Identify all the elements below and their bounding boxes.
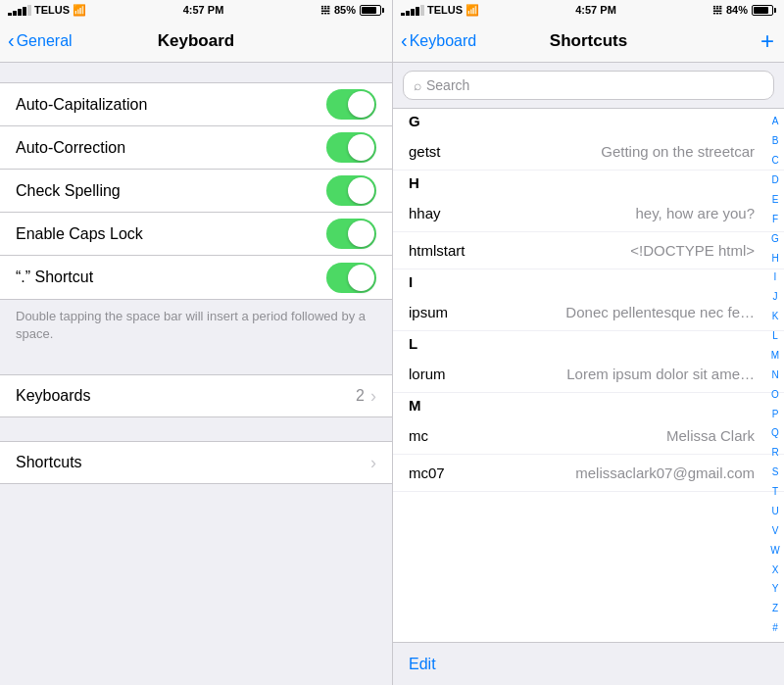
shortcut-row-ipsum[interactable]: ipsum Donec pellentesque nec fe… xyxy=(393,294,784,331)
alpha-letter-d[interactable]: D xyxy=(768,174,782,185)
shortcut-expansion-getst: Getting on the streetcar xyxy=(601,143,755,160)
alpha-letter-c[interactable]: C xyxy=(768,155,782,166)
alphabet-index: ABCDEFGHIJKLMNOPQRSTUVWXYZ# xyxy=(768,108,782,642)
shortcut-expansion-hhay: hey, how are you? xyxy=(636,205,755,221)
period-shortcut-toggle[interactable] xyxy=(326,263,376,293)
period-shortcut-label: “.” Shortcut xyxy=(16,269,93,286)
alpha-letter-r[interactable]: R xyxy=(768,447,782,458)
shortcut-expansion-htmlstart: <!DOCTYPE html> xyxy=(630,242,755,259)
shortcut-row-getst[interactable]: getst Getting on the streetcar xyxy=(393,133,784,171)
alpha-letter-h[interactable]: H xyxy=(768,253,782,264)
alpha-letter-j[interactable]: J xyxy=(768,291,782,302)
left-panel: TELUS 📶 4:57 PM 𝍐 85% ‹ General Keyboard… xyxy=(0,0,392,685)
bluetooth-icon: 𝍐 xyxy=(320,4,330,17)
add-shortcut-button[interactable]: + xyxy=(760,29,774,53)
alpha-letter-b[interactable]: B xyxy=(768,135,782,146)
shortcuts-row[interactable]: Shortcuts › xyxy=(0,441,392,484)
shortcut-row-mc07[interactable]: mc07 melissaclark07@gmail.com xyxy=(393,455,784,492)
left-back-button[interactable]: ‹ General xyxy=(8,31,73,50)
enable-caps-lock-label: Enable Caps Lock xyxy=(16,225,143,243)
keyboards-count: 2 xyxy=(356,387,365,405)
signal-strength xyxy=(8,5,31,16)
right-nav-title: Shortcuts xyxy=(550,31,627,51)
battery-icon xyxy=(360,5,384,16)
alpha-letter-g[interactable]: G xyxy=(768,233,782,244)
alpha-letter-v[interactable]: V xyxy=(768,525,782,536)
left-back-chevron: ‹ xyxy=(8,30,15,50)
shortcut-phrase-ipsum: ipsum xyxy=(409,304,448,320)
right-battery-percent: 84% xyxy=(726,4,748,16)
check-spelling-toggle[interactable] xyxy=(326,175,376,206)
auto-capitalization-toggle[interactable] xyxy=(326,89,376,120)
right-bluetooth-icon: 𝍐 xyxy=(712,4,722,17)
section-header-h: H xyxy=(393,171,784,195)
alpha-letter-f[interactable]: F xyxy=(768,214,782,224)
shortcuts-label: Shortcuts xyxy=(16,454,82,471)
alpha-letter-p[interactable]: P xyxy=(768,409,782,419)
alpha-letter-x[interactable]: X xyxy=(768,564,782,575)
right-signal-strength xyxy=(401,5,424,16)
alpha-letter-e[interactable]: E xyxy=(768,194,782,205)
alpha-letter-z[interactable]: Z xyxy=(768,603,782,613)
shortcut-row-lorum[interactable]: lorum Lorem ipsum dolor sit ame… xyxy=(393,356,784,393)
shortcut-row-htmlstart[interactable]: htmlstart <!DOCTYPE html> xyxy=(393,232,784,269)
alpha-letter-m[interactable]: M xyxy=(768,350,782,361)
shortcut-expansion-ipsum: Donec pellentesque nec fe… xyxy=(565,304,755,320)
section-header-i: I xyxy=(393,269,784,294)
alpha-letter-a[interactable]: A xyxy=(768,116,782,126)
alpha-letter-t[interactable]: T xyxy=(768,486,782,497)
shortcut-phrase-hhay: hhay xyxy=(409,205,441,221)
search-bar[interactable]: ⌕ Search xyxy=(403,71,774,100)
check-spelling-label: Check Spelling xyxy=(16,182,121,200)
search-placeholder: Search xyxy=(426,77,469,93)
right-nav-bar: ‹ Keyboard Shortcuts + xyxy=(393,20,784,63)
section-header-g: G xyxy=(393,109,784,133)
enable-caps-lock-row: Enable Caps Lock xyxy=(0,213,392,256)
auto-correction-label: Auto-Correction xyxy=(16,139,125,157)
alpha-letter-o[interactable]: O xyxy=(768,389,782,400)
alpha-letter-k[interactable]: K xyxy=(768,311,782,321)
alpha-letter-y[interactable]: Y xyxy=(768,583,782,594)
left-battery-percent: 85% xyxy=(334,4,356,16)
keyboards-row[interactable]: Keyboards 2 › xyxy=(0,374,392,417)
alpha-letter-#[interactable]: # xyxy=(768,622,782,633)
right-back-label: Keyboard xyxy=(410,32,477,50)
auto-correction-toggle[interactable] xyxy=(326,132,376,163)
edit-button[interactable]: Edit xyxy=(409,656,436,673)
shortcut-phrase-mc07: mc07 xyxy=(409,465,445,481)
alpha-letter-n[interactable]: N xyxy=(768,369,782,380)
shortcut-row-mc[interactable]: mc Melissa Clark xyxy=(393,417,784,455)
search-bar-container: ⌕ Search xyxy=(393,63,784,108)
auto-correction-row: Auto-Correction xyxy=(0,126,392,170)
shortcut-expansion-lorum: Lorem ipsum dolor sit ame… xyxy=(566,366,755,382)
right-carrier-info: TELUS 📶 xyxy=(401,4,479,17)
alpha-letter-s[interactable]: S xyxy=(768,466,782,477)
enable-caps-lock-toggle[interactable] xyxy=(326,219,376,249)
right-status-bar: TELUS 📶 4:57 PM 𝍐 84% xyxy=(393,0,784,20)
wifi-icon: 📶 xyxy=(73,4,86,17)
section-header-m: M xyxy=(393,393,784,417)
right-wifi-icon: 📶 xyxy=(466,4,479,17)
alpha-letter-u[interactable]: U xyxy=(768,506,782,516)
section-header-l: L xyxy=(393,331,784,356)
shortcuts-chevron: › xyxy=(370,453,376,473)
alpha-letter-i[interactable]: I xyxy=(768,271,782,282)
keyboards-chevron: › xyxy=(370,386,376,407)
right-back-button[interactable]: ‹ Keyboard xyxy=(401,31,476,50)
shortcut-phrase-htmlstart: htmlstart xyxy=(409,242,466,259)
alpha-letter-l[interactable]: L xyxy=(768,330,782,341)
shortcuts-scroll[interactable]: G getst Getting on the streetcar H hhay … xyxy=(393,108,784,685)
alpha-letter-q[interactable]: Q xyxy=(768,427,782,438)
shortcuts-list-area: G getst Getting on the streetcar H hhay … xyxy=(393,108,784,685)
right-panel: TELUS 📶 4:57 PM 𝍐 84% ‹ Keyboard Shortcu… xyxy=(392,0,784,685)
toggle-group: Auto-Capitalization Auto-Correction Chec… xyxy=(0,82,392,300)
left-nav-title: Keyboard xyxy=(158,31,234,51)
keyboards-label: Keyboards xyxy=(16,387,91,405)
left-status-bar: TELUS 📶 4:57 PM 𝍐 85% xyxy=(0,0,392,20)
right-battery-info: 𝍐 84% xyxy=(712,4,776,17)
left-time: 4:57 PM xyxy=(183,4,224,16)
search-icon: ⌕ xyxy=(414,77,421,93)
shortcut-expansion-mc: Melissa Clark xyxy=(666,427,755,444)
alpha-letter-w[interactable]: W xyxy=(768,545,782,556)
shortcut-row-hhay[interactable]: hhay hey, how are you? xyxy=(393,195,784,232)
